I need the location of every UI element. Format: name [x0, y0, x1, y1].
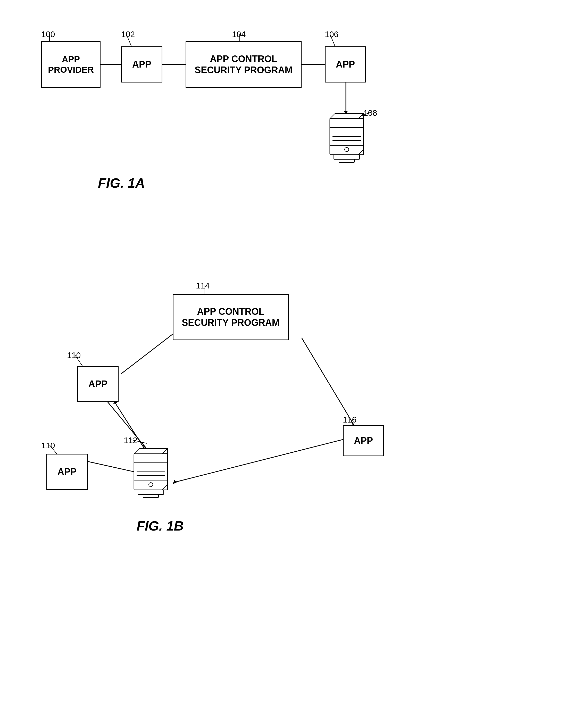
ref-106: 106: [325, 30, 338, 39]
fig1b-caption: FIG. 1B: [136, 518, 183, 534]
diagram-container: 100 102 104 106 108 A: [0, 0, 574, 728]
box-app-110a: APP: [77, 366, 119, 402]
svg-rect-14: [330, 119, 363, 128]
svg-line-41: [175, 438, 348, 482]
ref-112: 112: [124, 436, 137, 445]
svg-line-33: [301, 338, 356, 428]
box-app-106: APP: [325, 46, 366, 82]
box-acsp-114: APP CONTROL SECURITY PROGRAM: [173, 294, 289, 340]
svg-line-37: [88, 461, 134, 472]
server-icon-108: [325, 111, 369, 165]
svg-marker-52: [134, 449, 168, 454]
box-app-102: APP: [121, 46, 162, 82]
svg-rect-51: [143, 494, 159, 497]
svg-rect-50: [138, 490, 164, 494]
ref-102: 102: [121, 30, 135, 39]
box-app-110b: APP: [46, 454, 88, 490]
box-acsp-104: APP CONTROL SECURITY PROGRAM: [186, 41, 301, 88]
ref-100: 100: [41, 30, 55, 39]
svg-marker-22: [330, 113, 363, 119]
svg-rect-44: [134, 454, 168, 463]
box-app-provider: APP PROVIDER: [41, 41, 100, 88]
svg-rect-46: [134, 481, 168, 490]
fig1a-area: 100 102 104 106 108 A: [20, 15, 510, 235]
fig1a-caption: FIG. 1A: [98, 175, 145, 191]
ref-114: 114: [196, 281, 210, 290]
box-app-116: APP: [343, 426, 384, 456]
fig1b-area: 114 110 110 112 116: [20, 271, 510, 704]
server-icon-112: [129, 446, 173, 500]
svg-rect-21: [339, 159, 355, 162]
svg-marker-42: [173, 480, 176, 484]
ref-110a: 110: [67, 351, 81, 360]
ref-110b: 110: [41, 441, 55, 450]
ref-104: 104: [232, 30, 246, 39]
svg-rect-20: [334, 155, 360, 159]
svg-rect-16: [330, 146, 363, 155]
ref-116: 116: [343, 415, 357, 424]
